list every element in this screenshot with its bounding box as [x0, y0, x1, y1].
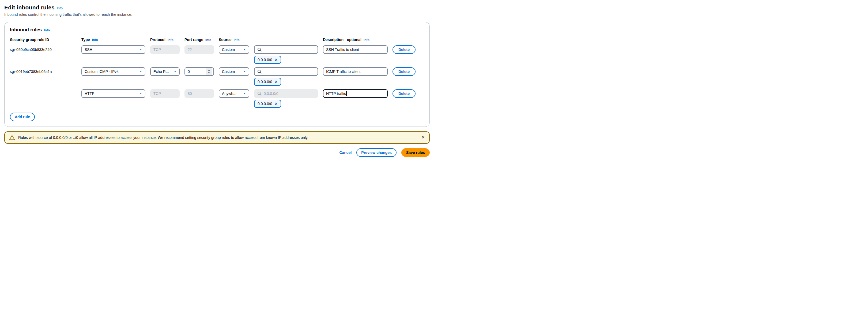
protocol-field: TCP [150, 89, 180, 98]
page-header: Edit inbound rules Info [4, 4, 430, 11]
type-select[interactable]: SSH▼ [82, 45, 145, 54]
header-source: Source [219, 37, 231, 42]
rule-row-ssh: sgr-050b9ca03b833e240 SSH▼ TCP 22 Custom… [10, 45, 424, 64]
source-search-input[interactable] [254, 45, 318, 54]
caret-down-icon: ▼ [140, 70, 142, 73]
header-protocol: Protocol [150, 37, 165, 42]
rule-row-icmp: sgr-0019eb7383eb05a1a Custom ICMP - IPv4… [10, 67, 424, 86]
rule-row-http: – HTTP▼ TCP 80 Anywh...▼ 0.0.0.0/0 HTTP … [10, 89, 424, 108]
source-chip[interactable]: 0.0.0.0/0 ✕ [254, 100, 281, 108]
source-chip[interactable]: 0.0.0.0/0 ✕ [254, 78, 281, 86]
caret-down-icon: ▼ [174, 70, 177, 73]
description-input-focused[interactable]: HTTP traffic [323, 89, 388, 98]
preview-changes-button[interactable]: Preview changes [356, 148, 397, 157]
chevron-down-icon [208, 72, 211, 74]
source-search-input-disabled: 0.0.0.0/0 [254, 89, 318, 98]
delete-button[interactable]: Delete [393, 45, 415, 54]
text-caret [346, 91, 347, 96]
add-rule-button[interactable]: Add rule [10, 113, 35, 121]
search-icon [257, 48, 261, 52]
chevron-up-icon [208, 70, 211, 71]
delete-button[interactable]: Delete [393, 89, 415, 98]
protocol-info-link[interactable]: Info [167, 38, 174, 42]
port-range-field: 80 [184, 89, 214, 98]
save-rules-button[interactable]: Save rules [401, 148, 430, 157]
cancel-button[interactable]: Cancel [339, 150, 351, 155]
search-icon [257, 91, 261, 96]
description-info-link[interactable]: Info [364, 38, 370, 42]
port-range-field: 22 [184, 45, 214, 54]
rule-id-text: sgr-050b9ca03b833e240 [10, 48, 76, 52]
header-rule-id: Security group rule ID [10, 37, 49, 42]
chip-remove-icon[interactable]: ✕ [275, 80, 278, 84]
source-type-select[interactable]: Custom▼ [219, 67, 249, 76]
protocol-select[interactable]: Echo R...▼ [150, 67, 180, 76]
rule-id-text: sgr-0019eb7383eb05a1a [10, 70, 76, 74]
caret-down-icon: ▼ [140, 48, 142, 51]
rule-id-text: – [10, 91, 76, 96]
page-title-info-link[interactable]: Info [57, 6, 63, 10]
description-input[interactable]: SSH Traffic to client [323, 45, 388, 54]
description-input[interactable]: ICMP Traffic to client [323, 67, 388, 76]
inbound-rules-panel: Inbound rules Info Security group rule I… [4, 22, 430, 127]
number-stepper[interactable] [206, 68, 212, 75]
warning-banner: Rules with source of 0.0.0.0/0 or ::/0 a… [4, 131, 430, 144]
protocol-field: TCP [150, 45, 180, 54]
source-info-link[interactable]: Info [234, 38, 239, 42]
warning-message: Rules with source of 0.0.0.0/0 or ::/0 a… [18, 135, 308, 140]
caret-down-icon: ▼ [140, 92, 142, 95]
header-type: Type [82, 37, 90, 42]
delete-button[interactable]: Delete [393, 67, 415, 76]
panel-title-info-link[interactable]: Info [44, 28, 50, 32]
chip-remove-icon[interactable]: ✕ [275, 58, 278, 62]
column-headers: Security group rule ID TypeInfo Protocol… [10, 37, 424, 42]
port-number-input[interactable]: 0 [184, 67, 214, 76]
header-port-range: Port range [184, 37, 203, 42]
type-select[interactable]: Custom ICMP - IPv4▼ [82, 67, 145, 76]
warning-triangle-icon [9, 135, 15, 140]
caret-down-icon: ▼ [243, 48, 246, 51]
type-select[interactable]: HTTP▼ [82, 89, 145, 98]
header-description: Description - optional [323, 37, 362, 42]
port-range-info-link[interactable]: Info [205, 38, 211, 42]
panel-title: Inbound rules [10, 27, 42, 33]
source-search-input[interactable] [254, 67, 318, 76]
source-chip[interactable]: 0.0.0.0/0 ✕ [254, 56, 281, 64]
source-type-select[interactable]: Custom▼ [219, 45, 249, 54]
search-icon [257, 70, 261, 74]
caret-down-icon: ▼ [243, 70, 246, 73]
page-subtitle: Inbound rules control the incoming traff… [4, 12, 430, 17]
banner-close-icon[interactable]: ✕ [422, 135, 425, 140]
page-title: Edit inbound rules [4, 4, 55, 11]
caret-down-icon: ▼ [243, 92, 246, 95]
source-type-select[interactable]: Anywh...▼ [219, 89, 249, 98]
footer-actions: Cancel Preview changes Save rules [4, 148, 430, 157]
chip-remove-icon[interactable]: ✕ [275, 102, 278, 106]
type-info-link[interactable]: Info [92, 38, 98, 42]
